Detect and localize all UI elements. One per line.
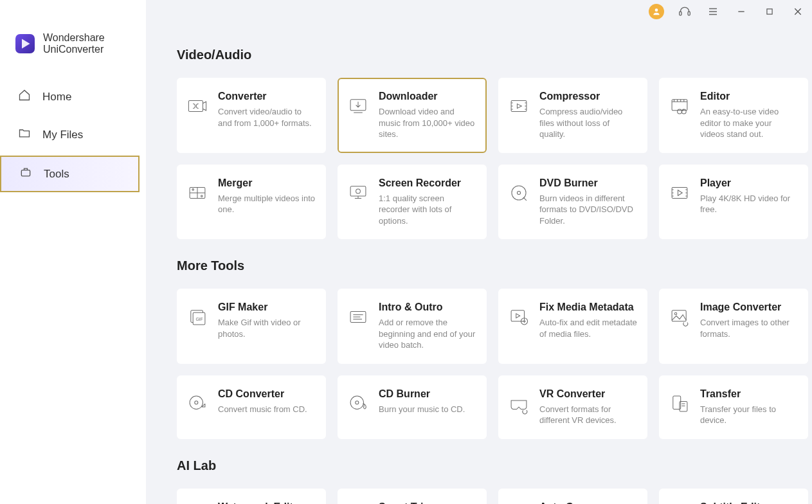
toolbox-icon (19, 166, 32, 182)
svg-point-22 (201, 195, 203, 197)
grid-ai-lab: Watermark Editor Smart Trimmer Auto Crop (177, 489, 793, 504)
card-title: Converter (218, 91, 316, 102)
svg-rect-11 (188, 101, 203, 112)
card-desc: Convert formats for different VR devices… (539, 404, 637, 426)
svg-point-44 (356, 401, 359, 404)
svg-point-24 (356, 189, 361, 194)
grid-video-audio: Converter Convert video/audio to and fro… (177, 78, 793, 239)
cd-converter-icon (186, 392, 209, 415)
section-heading-more-tools: More Tools (177, 258, 793, 273)
sidebar-item-tools[interactable]: Tools (0, 156, 140, 192)
svg-rect-37 (511, 310, 524, 321)
sidebar-item-home[interactable]: Home (0, 80, 146, 114)
card-fix-metadata[interactable]: Fix Media Metadata Auto-fix and edit met… (498, 289, 647, 364)
minimize-button[interactable] (734, 4, 749, 19)
card-desc: Convert video/audio to and from 1,000+ f… (218, 106, 316, 129)
folder-icon (18, 127, 31, 143)
card-downloader[interactable]: Downloader Download video and music from… (338, 78, 487, 153)
card-desc: Make Gif with video or photos. (218, 317, 316, 339)
svg-rect-23 (350, 186, 366, 195)
section-heading-video-audio: Video/Audio (177, 48, 793, 62)
support-icon[interactable] (677, 4, 692, 19)
svg-rect-8 (767, 9, 772, 14)
card-player[interactable]: Player Play 4K/8K HD video for free. (659, 165, 808, 240)
image-converter-icon (668, 305, 691, 328)
svg-point-41 (190, 396, 203, 409)
svg-text:GIF: GIF (195, 317, 203, 321)
main-area: Video/Audio Converter Convert video/audi… (146, 0, 812, 504)
card-title: Watermark Editor (218, 501, 303, 504)
card-title: GIF Maker (218, 302, 316, 313)
card-transfer[interactable]: Transfer Transfer your files to device. (659, 375, 808, 439)
card-title: Image Converter (700, 302, 798, 313)
avatar[interactable] (649, 4, 664, 19)
card-title: CD Converter (218, 388, 307, 400)
card-cd-burner[interactable]: CD Burner Burn your music to CD. (338, 375, 487, 439)
card-auto-crop[interactable]: Auto Crop (498, 489, 647, 504)
card-desc: Download video and music from 10,000+ vi… (379, 106, 476, 140)
sidebar-item-label: My Files (42, 129, 83, 141)
card-watermark-editor[interactable]: Watermark Editor (177, 489, 326, 504)
card-desc: Convert music from CD. (218, 404, 307, 415)
titlebar (649, 4, 806, 19)
sidebar-item-my-files[interactable]: My Files (0, 118, 146, 152)
maximize-button[interactable] (762, 4, 777, 19)
svg-point-1 (655, 8, 658, 12)
card-image-converter[interactable]: Image Converter Convert images to other … (659, 289, 808, 364)
sidebar-item-label: Home (42, 91, 71, 104)
player-icon (668, 181, 691, 204)
svg-rect-2 (680, 12, 681, 15)
card-desc: Compress audio/video files without loss … (539, 106, 637, 140)
menu-icon[interactable] (705, 4, 721, 19)
card-title: Subtitle Editor (700, 501, 770, 504)
card-cd-converter[interactable]: CD Converter Convert music from CD. (177, 375, 326, 439)
card-screen-recorder[interactable]: Screen Recorder 1:1 quality screen recor… (338, 165, 487, 240)
card-desc: Play 4K/8K HD video for free. (700, 193, 798, 215)
card-title: Downloader (379, 91, 476, 102)
card-smart-trimmer[interactable]: Smart Trimmer (338, 489, 487, 504)
sidebar-item-label: Tools (44, 168, 69, 181)
card-editor[interactable]: Editor An easy-to-use video editor to ma… (659, 78, 808, 153)
card-title: Compressor (539, 91, 637, 102)
brand: Wondershare UniConverter (15, 32, 146, 55)
svg-point-16 (681, 109, 686, 114)
brand-line2: UniConverter (43, 44, 105, 55)
compressor-icon (507, 94, 530, 118)
card-subtitle-editor[interactable]: Subtitle Editor (659, 489, 808, 504)
card-desc: Burn videos in different formats to DVD/… (539, 193, 637, 227)
card-compressor[interactable]: Compressor Compress audio/video files wi… (498, 78, 647, 153)
merger-icon (186, 181, 209, 204)
card-title: Player (700, 177, 798, 189)
svg-point-28 (517, 191, 520, 194)
card-desc: Convert images to other formats. (700, 317, 798, 339)
card-title: Smart Trimmer (379, 501, 451, 504)
card-title: Auto Crop (539, 501, 590, 504)
converter-icon (186, 94, 209, 118)
vr-converter-icon (507, 392, 530, 415)
screen-recorder-icon (347, 181, 370, 204)
card-desc: Burn your music to CD. (379, 404, 465, 415)
card-title: VR Converter (539, 388, 637, 400)
close-button[interactable] (790, 4, 806, 19)
card-intro-outro[interactable]: Intro & Outro Add or remove the beginnin… (338, 289, 487, 364)
brand-text: Wondershare UniConverter (43, 32, 105, 55)
section-heading-ai-lab: AI Lab (177, 458, 793, 473)
card-title: Merger (218, 177, 316, 189)
card-desc: 1:1 quality screen recorder with lots of… (379, 193, 476, 227)
editor-icon (668, 94, 691, 118)
card-desc: An easy-to-use video editor to make your… (700, 106, 798, 140)
brand-line1: Wondershare (43, 32, 105, 44)
card-converter[interactable]: Converter Convert video/audio to and fro… (177, 78, 326, 153)
grid-more-tools: GIF GIF Maker Make Gif with video or pho… (177, 289, 793, 439)
card-vr-converter[interactable]: VR Converter Convert formats for differe… (498, 375, 647, 439)
downloader-icon (347, 94, 370, 118)
svg-point-42 (195, 401, 198, 404)
svg-point-40 (674, 312, 676, 314)
card-merger[interactable]: Merger Merge multiple videos into one. (177, 165, 326, 240)
content-scroll: Video/Audio Converter Convert video/audi… (146, 0, 812, 504)
card-gif-maker[interactable]: GIF GIF Maker Make Gif with video or pho… (177, 289, 326, 364)
svg-rect-29 (672, 187, 687, 198)
svg-point-21 (192, 188, 194, 190)
card-dvd-burner[interactable]: DVD Burner Burn videos in different form… (498, 165, 647, 240)
card-desc: Transfer your files to device. (700, 404, 798, 426)
